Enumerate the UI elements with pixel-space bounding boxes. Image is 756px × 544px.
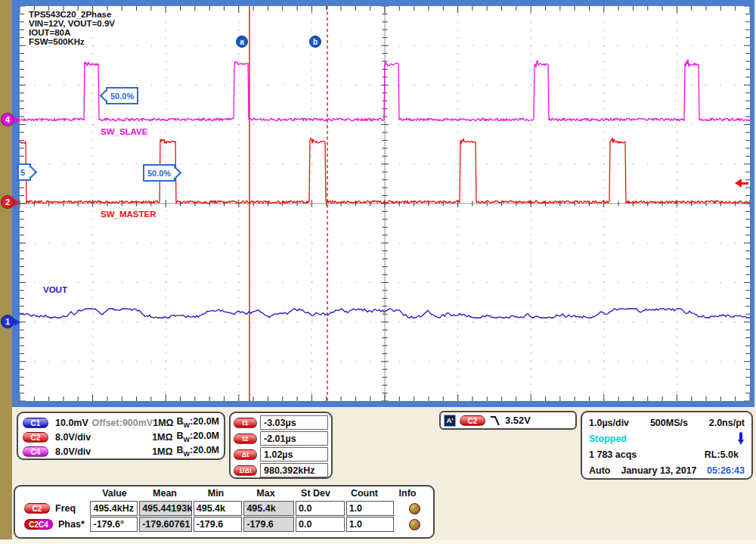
col-header-max: Max [240,488,291,501]
trace-label-vout: VOUT [43,285,67,294]
delta-t-badge: Δt [234,449,257,460]
annotation-line: IOUT=80A [29,28,115,37]
col-header-count: Count [340,488,389,501]
trigger-source-badge[interactable]: C2 [460,415,485,426]
trigger-a-badge: A' [444,415,456,427]
annotation-settings: TPS543C20_2Phase VIN=12V, VOUT=0.9V IOUT… [29,10,115,46]
trace-label-sw-master: SW_MASTER [101,210,156,219]
channel-impedance: 1MΩ [152,432,176,443]
sample-rate: 500MS/s [650,418,688,428]
oscilloscope-screen: TPS543C20_2Phase VIN=12V, VOUT=0.9V IOUT… [0,0,756,544]
inv-delta-t-badge: 1/Δt [234,465,257,476]
channel-row-c1: C1 10.0mV Offset:900mV 1MΩ BW:20.0M [23,415,219,430]
meas-source-badge: C2 [24,503,50,514]
channel-impedance: 1MΩ [153,418,176,428]
cursor-t1-row: t1 -3.03µs [234,415,328,431]
bottom-margin [0,539,756,544]
cursor-a-badge[interactable]: a [236,36,248,48]
trigger-level-arrow[interactable] [735,179,748,188]
record-length: RL:5.0k [705,449,739,460]
cursor-readout-panel: t1 -3.03µs t2 -2.01µs Δt 1.02µs 1/Δt 980… [229,412,333,479]
falling-edge-icon [489,415,501,427]
meas-stdev: 0.0 [296,517,345,532]
col-header-stdev: St Dev [291,488,340,501]
channel-1-position-marker[interactable]: 1 [1,315,14,328]
channel-4-position-marker[interactable]: 4 [1,113,14,126]
t1-badge: t1 [234,418,257,428]
info-icon[interactable]: ✓ [409,519,420,530]
meas-count: 1.0 [346,501,395,516]
meas-label: Freq [55,503,76,514]
inv-delta-t-value: 980.392kHz [260,463,328,477]
waveform-plot[interactable] [20,6,750,401]
ref-level-callout-slave: 50.0% [106,87,138,104]
col-header-min: Min [191,488,240,501]
mode-date-row: Auto January 13, 2017 05:26:43 [589,462,745,478]
acquisition-status: Stopped [589,434,627,444]
delta-t-value: 1.02µs [260,447,328,462]
measurement-table-header: Value Mean Min Max St Dev Count Info [24,488,433,501]
info-icon[interactable]: ✓ [409,503,420,514]
left-margin [0,0,12,539]
channel-settings-panel: C1 10.0mV Offset:900mV 1MΩ BW:20.0M C2 8… [17,412,225,460]
trigger-mode: Auto [589,465,610,476]
trigger-arrow-tail [739,182,748,185]
trace-label-sw-slave: SW_SLAVE [101,127,147,136]
channel-row-c4: C4 8.0V/div 1MΩ BW:20.0M [23,444,219,459]
col-header-info: Info [389,488,426,501]
cursor-t2-row: t2 -2.01µs [234,431,328,446]
trigger-settings-panel[interactable]: A' C2 3.52V [439,411,577,430]
time: 05:26:43 [707,465,745,476]
meas-mean: -179.60761 [139,517,192,532]
meas-value: -179.6° [90,517,138,532]
acquisition-count-row: 1 783 acqs RL:5.0k [589,446,745,462]
cursor-delta-t-row: Δt 1.02µs [234,446,328,462]
cursor-b-badge[interactable]: b [309,36,321,48]
meas-mean: 495.44193k [139,501,192,516]
trigger-level-value: 3.52V [505,415,531,426]
record-position-icon[interactable] [737,432,745,445]
meas-value: 495.4kHz [90,501,138,516]
channel-row-c2: C2 8.0V/div 1MΩ BW:20.0M [23,430,219,444]
measurement-row-phase: C2C4 Phas* -179.6° -179.60761 -179.6 -17… [24,517,433,532]
meas-source-badge: C2C4 [24,519,53,530]
timebase: 1.0µs/div [589,418,629,428]
meas-min: -179.6 [194,517,243,532]
annotation-line: FSW=500KHz [29,37,115,46]
horizontal-settings-row: 1.0µs/div 500MS/s 2.0ns/pt [589,415,745,431]
ref-level-callout-master: 50.0% [143,164,175,182]
channel-4-badge[interactable]: C4 [23,446,48,457]
channel-scale: 8.0V/div [55,446,93,457]
channel-1-badge[interactable]: C1 [23,418,48,428]
channel-2-position-marker[interactable]: 2 [1,195,14,209]
t2-badge: t2 [234,434,257,444]
channel-scale: 8.0V/div [55,432,93,443]
channel-bandwidth: BW:20.0M [177,445,219,458]
cursor-inv-delta-t-row: 1/Δt 980.392kHz [234,462,328,478]
meas-max: 495.4k [243,501,294,516]
ref-level-callout-clipped: 5 [17,163,31,181]
meas-stdev: 0.0 [296,501,345,516]
meas-count: 1.0 [346,517,395,532]
channel-scale: 10.0mV [55,418,92,428]
channel-bandwidth: BW:20.0M [177,416,219,429]
measurement-table: Value Mean Min Max St Dev Count Info C2 … [14,485,435,539]
resolution: 2.0ns/pt [709,418,745,428]
date: January 13, 2017 [621,465,696,476]
annotation-line: VIN=12V, VOUT=0.9V [29,19,115,28]
channel-offset: Offset:900mV [92,418,153,428]
meas-label: Phas* [58,519,85,530]
t2-value: -2.01µs [260,431,328,446]
col-header-value: Value [91,488,138,501]
acquisition-panel: 1.0µs/div 500MS/s 2.0ns/pt Stopped 1 783… [581,411,753,480]
col-header-mean: Mean [138,488,191,501]
waveform-graticule-frame: TPS543C20_2Phase VIN=12V, VOUT=0.9V IOUT… [12,0,754,407]
meas-max: -179.6 [243,517,294,532]
acquisition-count: 1 783 acqs [589,449,637,460]
measurement-row-freq: C2 Freq 495.4kHz 495.44193k 495.4k 495.4… [24,501,433,516]
waveform-display[interactable]: TPS543C20_2Phase VIN=12V, VOUT=0.9V IOUT… [20,6,750,401]
meas-min: 495.4k [194,501,243,516]
channel-impedance: 1MΩ [152,446,176,457]
channel-2-badge[interactable]: C2 [23,432,48,443]
t1-value: -3.03µs [260,415,328,430]
